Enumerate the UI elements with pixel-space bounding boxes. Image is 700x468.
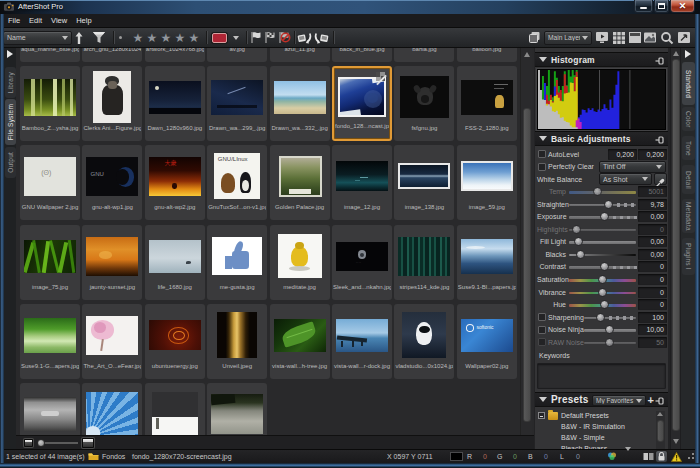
thumbnail-cell[interactable]: vladstudio...0x1024.jpg bbox=[394, 304, 454, 379]
scroll-up-icon[interactable] bbox=[673, 51, 679, 56]
thumbnail-cell[interactable]: Suse9.1-Bl...papers.jpg bbox=[457, 225, 517, 300]
slider-knob[interactable] bbox=[604, 200, 613, 209]
collapse-left-panel-icon[interactable] bbox=[7, 50, 13, 58]
sidebar-tab-output[interactable]: Output bbox=[5, 147, 16, 178]
thumbnail-cell[interactable]: Golden Palace.jpg bbox=[270, 145, 330, 220]
grid-scrollbar-thumb[interactable] bbox=[523, 108, 531, 422]
flag-reject-button[interactable] bbox=[278, 28, 291, 47]
slider-track[interactable] bbox=[569, 191, 636, 194]
thumbnail-cell[interactable]: azul_11.jpg bbox=[270, 48, 330, 62]
rating-star-5[interactable]: ★ bbox=[187, 28, 201, 47]
thumbnail-cell[interactable]: aqua_marine_blue.jpg bbox=[20, 48, 80, 62]
menu-item-file[interactable]: File bbox=[5, 16, 23, 25]
pin-icon[interactable] bbox=[655, 391, 664, 409]
value-box[interactable]: 100 bbox=[638, 312, 667, 323]
thumbnail-cell[interactable]: artwork_1024x768.jpg bbox=[145, 48, 205, 62]
rating-dot-button[interactable] bbox=[119, 28, 125, 47]
slider-knob[interactable] bbox=[600, 300, 609, 309]
color-profile-icon[interactable] bbox=[607, 452, 617, 462]
thumbnail-cell[interactable]: life_1680.jpg bbox=[145, 225, 205, 300]
value-box[interactable]: 0,00 bbox=[638, 236, 667, 247]
slider-knob[interactable] bbox=[600, 262, 609, 271]
thumbnail-cell[interactable]: image_75.jpg bbox=[20, 225, 80, 300]
pin-icon[interactable] bbox=[655, 130, 664, 148]
menu-item-edit[interactable]: Edit bbox=[26, 16, 45, 25]
menu-item-help[interactable]: Help bbox=[73, 16, 94, 25]
thumbnail-cell[interactable]: (ʘ)GNU Wallpaper 2.jpg bbox=[20, 145, 80, 220]
thumbnail-cell[interactable]: 大衆gnu-alt-wp2.jpg bbox=[145, 145, 205, 220]
panel-tab-detail[interactable]: Detail bbox=[682, 165, 695, 194]
thumbnail-cell[interactable]: Dawn_1280x960.jpg bbox=[145, 66, 205, 141]
sidebar-tab-library[interactable]: Library bbox=[5, 67, 16, 98]
rating-star-1[interactable]: ★ bbox=[131, 28, 145, 47]
value-box[interactable]: 0 bbox=[638, 274, 667, 285]
collapse-right-panel-icon[interactable] bbox=[685, 50, 691, 58]
magnifier-button[interactable] bbox=[660, 28, 675, 47]
minimize-button[interactable] bbox=[634, 0, 653, 13]
value-box[interactable]: 10,00 bbox=[638, 324, 667, 335]
lock-button[interactable] bbox=[655, 450, 668, 463]
thumbnail-cell[interactable]: jaunty-sunset.jpg bbox=[82, 225, 142, 300]
value-box[interactable]: 0,200 bbox=[608, 149, 637, 160]
panel-tab-plugins-i[interactable]: Plugins I bbox=[682, 238, 695, 275]
warning-icon[interactable] bbox=[671, 452, 682, 463]
value-box[interactable]: 0,200 bbox=[638, 149, 667, 160]
thumbnail-cell[interactable]: Drawn_wa...332_.jpg bbox=[270, 66, 330, 141]
thumbnail-cell[interactable]: av.jpg bbox=[207, 48, 267, 62]
panel-tab-standard[interactable]: Standard bbox=[682, 62, 695, 105]
thumbnail-cell[interactable]: balloon.jpg bbox=[457, 48, 517, 62]
slider-knob[interactable] bbox=[605, 338, 614, 347]
thumbnail-cell[interactable]: FSS-2_1280.jpg bbox=[457, 66, 517, 141]
thumbnail-cell[interactable]: fsfgnu.jpg bbox=[394, 66, 454, 141]
slideshow-button[interactable] bbox=[595, 28, 610, 47]
checkbox[interactable] bbox=[538, 163, 546, 171]
dual-image-icon[interactable] bbox=[643, 452, 654, 462]
sort-ascending-button[interactable] bbox=[74, 28, 84, 47]
thumbnail-cell[interactable]: image_59.jpg bbox=[457, 145, 517, 220]
thumbnail-size-track[interactable] bbox=[40, 442, 78, 444]
panel-tab-color[interactable]: Color bbox=[682, 107, 695, 131]
dropdown-white-balance[interactable]: As Shot bbox=[599, 173, 652, 185]
rating-star-3[interactable]: ★ bbox=[159, 28, 173, 47]
scroll-up-icon[interactable] bbox=[524, 52, 530, 57]
scroll-up-icon[interactable] bbox=[657, 412, 663, 416]
preset-item[interactable]: B&W - IR Simulation bbox=[535, 421, 655, 432]
rotate-right-button[interactable] bbox=[314, 28, 330, 47]
thumbnail-cell[interactable]: meditate.jpg bbox=[270, 225, 330, 300]
presets-scrollbar[interactable] bbox=[656, 411, 665, 449]
thumbnail-cell[interactable]: softonicWallpaper02.jpg bbox=[457, 304, 517, 379]
image-view-button[interactable] bbox=[643, 28, 658, 47]
panel-scrollbar[interactable] bbox=[670, 48, 681, 449]
thumbnail-cell[interactable]: GNU/LInuxGnuTuxSof...on-v1.jpg bbox=[207, 145, 267, 220]
rotate-left-button[interactable] bbox=[297, 28, 313, 47]
sidebar-tab-file-system[interactable]: File System bbox=[5, 99, 16, 145]
preset-folder-row[interactable]: Default Presets bbox=[535, 410, 655, 421]
thumbnail-cell[interactable]: Drawn_wa...299_.jpg bbox=[207, 66, 267, 141]
slider-knob[interactable] bbox=[596, 313, 605, 322]
rating-star-4[interactable]: ★ bbox=[173, 28, 187, 47]
scroll-down-icon[interactable] bbox=[673, 439, 679, 444]
thumbnail-cell[interactable]: stripes114_kde.jpg bbox=[394, 225, 454, 300]
value-box[interactable]: 0,00 bbox=[638, 249, 667, 260]
rating-star-2[interactable]: ★ bbox=[145, 28, 159, 47]
thumbnail-size-knob[interactable] bbox=[37, 439, 45, 447]
thumbnail-cell[interactable]: me-gusta.jpg bbox=[207, 225, 267, 300]
filter-button[interactable] bbox=[92, 28, 108, 47]
panel-tab-metadata[interactable]: Metadata bbox=[682, 199, 695, 233]
histogram-header[interactable]: Histogram bbox=[535, 52, 668, 67]
keywords-textarea[interactable] bbox=[537, 363, 666, 389]
thumbnails-view-button[interactable] bbox=[612, 28, 627, 47]
multi-view-button[interactable] bbox=[677, 28, 692, 47]
dropdown-perfectly-clear[interactable]: Tint Off bbox=[599, 161, 666, 173]
thumbnail-cell[interactable]: GNUgnu-alt-wp1.jpg bbox=[82, 145, 142, 220]
value-box[interactable]: 9,78 bbox=[638, 199, 667, 210]
thumbnail-cell[interactable]: vista-wall...h-tree.jpg bbox=[270, 304, 330, 379]
thumbnail-cell[interactable]: Suse9.1-G...apers.jpg bbox=[20, 304, 80, 379]
pin-icon[interactable] bbox=[655, 51, 664, 69]
value-box[interactable]: 0 bbox=[638, 261, 667, 272]
slider-knob[interactable] bbox=[574, 237, 583, 246]
presets-scrollbar-thumb[interactable] bbox=[657, 420, 664, 442]
maximize-button[interactable] bbox=[654, 0, 669, 13]
checkbox[interactable] bbox=[538, 326, 546, 334]
tree-expander-icon[interactable] bbox=[538, 412, 545, 419]
